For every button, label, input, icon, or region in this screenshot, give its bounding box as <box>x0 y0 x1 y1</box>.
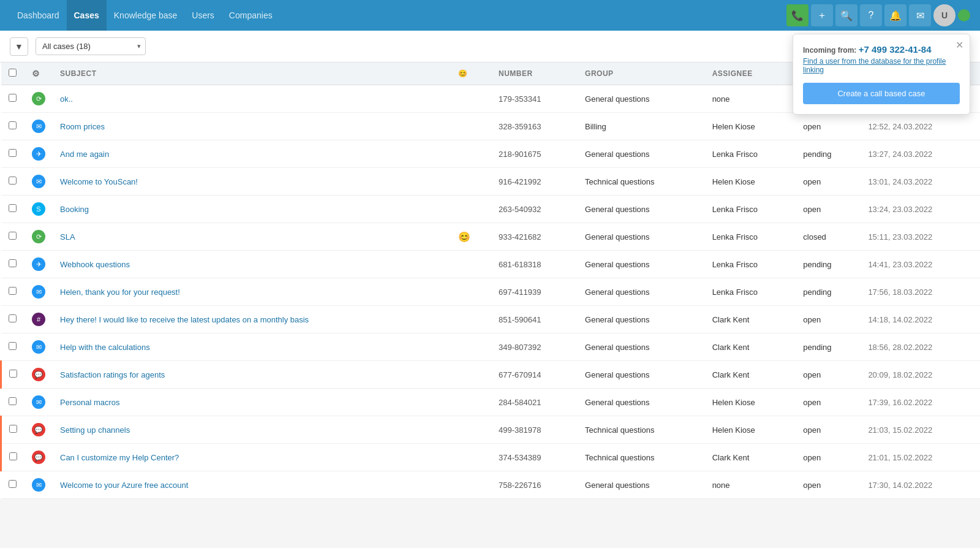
case-subject[interactable]: SLA <box>53 223 451 251</box>
table-row[interactable]: ✉ Welcome to your Azure free account 758… <box>1 471 981 499</box>
case-assignee: Clark Kent <box>705 361 796 389</box>
case-subject[interactable]: Setting up channels <box>53 416 451 444</box>
case-assignee: Clark Kent <box>705 444 796 471</box>
row-checkbox[interactable] <box>1 251 25 278</box>
row-checkbox[interactable] <box>1 278 25 306</box>
row-checkbox[interactable] <box>1 416 25 444</box>
case-subject[interactable]: Room prices <box>53 113 451 140</box>
row-checkbox[interactable] <box>1 471 25 499</box>
case-group: General questions <box>578 85 705 113</box>
case-subject[interactable]: Webhook questions <box>53 251 451 278</box>
case-subject[interactable]: Help with the calculations <box>53 333 451 361</box>
case-subject[interactable]: Welcome to YouScan! <box>53 168 451 196</box>
case-subject[interactable]: ok.. <box>53 85 451 113</box>
row-checkbox[interactable] <box>1 196 25 223</box>
case-subject[interactable]: Can I customize my Help Center? <box>53 444 451 471</box>
smiley-col <box>451 140 491 168</box>
row-checkbox[interactable] <box>1 85 25 113</box>
case-subject[interactable]: Booking <box>53 196 451 223</box>
row-checkbox[interactable] <box>1 223 25 251</box>
help-icon-btn[interactable]: ? <box>860 4 882 26</box>
settings-col-header[interactable]: ⚙ <box>24 63 53 85</box>
filter-icon-btn[interactable]: ▼ <box>10 37 28 56</box>
search-icon-btn[interactable]: 🔍 <box>835 4 858 26</box>
table-row[interactable]: ✈ Webhook questions 681-618318 General q… <box>1 251 981 278</box>
case-date: 13:27, 24.03.2022 <box>861 140 980 168</box>
case-group: General questions <box>578 306 705 333</box>
case-number: 677-670914 <box>491 361 578 389</box>
smiley-col <box>451 444 491 471</box>
table-row[interactable]: ✈ And me again 218-901675 General questi… <box>1 140 981 168</box>
table-row[interactable]: ✉ Help with the calculations 349-807392 … <box>1 333 981 361</box>
case-subject[interactable]: Helen, thank you for your request! <box>53 278 451 306</box>
case-subject[interactable]: Welcome to your Azure free account <box>53 471 451 499</box>
nav-dashboard[interactable]: Dashboard <box>10 0 67 31</box>
table-row[interactable]: 💬 Satisfaction ratings for agents 677-67… <box>1 361 981 389</box>
case-group: General questions <box>578 389 705 416</box>
messages-icon-btn[interactable]: ✉ <box>909 4 931 26</box>
phone-icon-btn[interactable]: 📞 <box>786 4 809 26</box>
table-row[interactable]: 💬 Setting up channels 499-381978 Technic… <box>1 416 981 444</box>
table-row[interactable]: 💬 Can I customize my Help Center? 374-53… <box>1 444 981 471</box>
case-assignee: Clark Kent <box>705 306 796 333</box>
row-checkbox[interactable] <box>1 389 25 416</box>
case-group: Technical questions <box>578 168 705 196</box>
table-row[interactable]: ✉ Helen, thank you for your request! 697… <box>1 278 981 306</box>
channel-icon: ✉ <box>24 113 53 140</box>
number-col-header: NUMBER <box>491 63 578 85</box>
select-all-checkbox[interactable] <box>1 63 25 85</box>
smiley-col <box>451 251 491 278</box>
add-icon-btn[interactable]: ＋ <box>811 4 833 26</box>
row-checkbox[interactable] <box>1 168 25 196</box>
nav-cases[interactable]: Cases <box>67 0 107 31</box>
status-indicator[interactable] <box>958 9 970 21</box>
nav-knowledge-base[interactable]: Knowledge base <box>107 0 185 31</box>
case-assignee: Lenka Frisco <box>705 251 796 278</box>
case-status: pending <box>796 278 861 306</box>
incoming-call-popup: ✕ Incoming from: +7 499 322-41-84 Find a… <box>793 34 970 115</box>
row-checkbox[interactable] <box>1 306 25 333</box>
case-group: General questions <box>578 361 705 389</box>
row-checkbox[interactable] <box>1 113 25 140</box>
row-checkbox[interactable] <box>1 444 25 471</box>
case-date: 17:39, 16.02.2022 <box>861 389 980 416</box>
group-col-header: GROUP <box>578 63 705 85</box>
table-row[interactable]: # Hey there! I would like to receive the… <box>1 306 981 333</box>
case-assignee: Lenka Frisco <box>705 223 796 251</box>
row-checkbox[interactable] <box>1 140 25 168</box>
gear-icon[interactable]: ⚙ <box>32 69 40 78</box>
table-row[interactable]: ⟳ SLA 😊 933-421682 General questions Len… <box>1 223 981 251</box>
row-checkbox[interactable] <box>1 361 25 389</box>
notifications-icon-btn[interactable]: 🔔 <box>884 4 907 26</box>
table-row[interactable]: ✉ Welcome to YouScan! 916-421992 Technic… <box>1 168 981 196</box>
case-subject[interactable]: Satisfaction ratings for agents <box>53 361 451 389</box>
table-row[interactable]: ✉ Personal macros 284-584021 General que… <box>1 389 981 416</box>
table-row[interactable]: S Booking 263-540932 General questions L… <box>1 196 981 223</box>
case-number: 284-584021 <box>491 389 578 416</box>
case-group: General questions <box>578 223 705 251</box>
case-number: 328-359163 <box>491 113 578 140</box>
case-assignee: Helen Kiose <box>705 168 796 196</box>
create-call-case-btn[interactable]: Create a call based case <box>803 83 960 104</box>
nav-users[interactable]: Users <box>184 0 222 31</box>
case-status: open <box>796 416 861 444</box>
popup-link[interactable]: Find a user from the database for the pr… <box>803 57 960 74</box>
case-status: open <box>796 389 861 416</box>
case-date: 14:18, 14.02.2022 <box>861 306 980 333</box>
case-subject[interactable]: And me again <box>53 140 451 168</box>
smiley-col: 😊 <box>451 223 491 251</box>
nav-companies[interactable]: Companies <box>222 0 280 31</box>
user-avatar[interactable]: U <box>933 4 956 26</box>
case-subject[interactable]: Personal macros <box>53 389 451 416</box>
cases-filter-select[interactable]: All cases (18) <box>36 37 146 55</box>
popup-close-btn[interactable]: ✕ <box>956 39 963 51</box>
case-assignee: Helen Kiose <box>705 113 796 140</box>
row-checkbox[interactable] <box>1 333 25 361</box>
channel-icon: # <box>24 306 53 333</box>
case-number: 933-421682 <box>491 223 578 251</box>
table-row[interactable]: ✉ Room prices 328-359163 Billing Helen K… <box>1 113 981 140</box>
channel-icon: 💬 <box>24 361 53 389</box>
cases-table: ⚙ SUBJECT 😊 NUMBER GROUP ASSIGNEE ⟳ ok..… <box>0 63 980 499</box>
case-status: pending <box>796 251 861 278</box>
case-subject[interactable]: Hey there! I would like to receive the l… <box>53 306 451 333</box>
